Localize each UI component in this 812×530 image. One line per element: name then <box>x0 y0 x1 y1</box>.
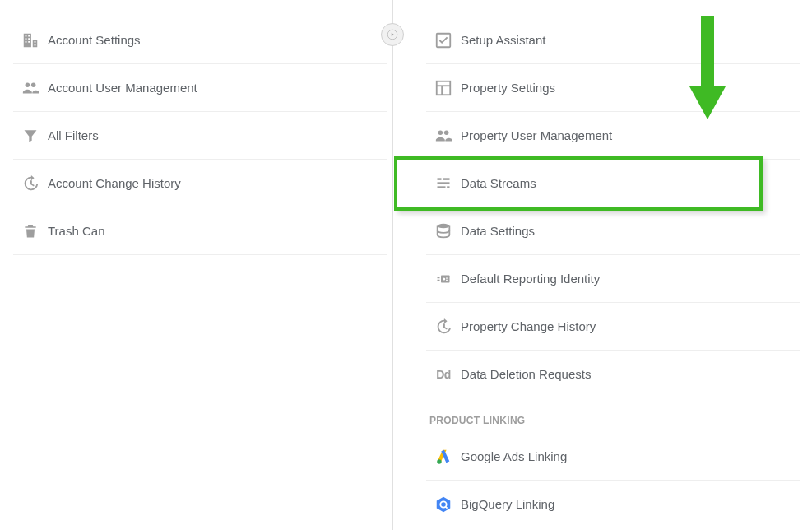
property-column: Setup Assistant Property Settings Proper… <box>393 0 812 530</box>
menu-label: Property User Management <box>461 128 612 142</box>
menu-label: Data Settings <box>461 224 535 238</box>
menu-item-trash-can[interactable]: Trash Can <box>13 207 387 255</box>
svg-point-7 <box>438 130 443 135</box>
menu-label: Property Settings <box>461 81 555 95</box>
menu-item-setup-assistant[interactable]: Setup Assistant <box>426 16 800 64</box>
filter-icon <box>13 128 48 144</box>
menu-label: Setup Assistant <box>461 33 545 47</box>
menu-item-data-streams[interactable]: Data Streams <box>426 160 800 207</box>
menu-item-all-filters[interactable]: All Filters <box>13 112 387 160</box>
svg-point-0 <box>26 82 30 87</box>
svg-marker-22 <box>437 496 451 511</box>
svg-point-1 <box>31 82 35 87</box>
menu-label: BigQuery Linking <box>461 497 554 511</box>
svg-rect-10 <box>443 178 449 180</box>
menu-item-bigquery-linking[interactable]: BigQuery Linking <box>426 481 800 528</box>
trash-icon <box>13 222 48 240</box>
svg-rect-19 <box>446 277 448 278</box>
menu-item-default-reporting-identity[interactable]: Default Reporting Identity <box>426 255 800 303</box>
building-icon <box>13 31 48 49</box>
people-icon <box>426 127 461 145</box>
svg-point-8 <box>444 130 449 135</box>
svg-rect-9 <box>438 178 442 180</box>
svg-rect-16 <box>438 279 440 281</box>
menu-item-account-change-history[interactable]: Account Change History <box>13 160 387 207</box>
data-streams-icon <box>426 175 461 192</box>
svg-rect-12 <box>438 186 446 188</box>
menu-label: Trash Can <box>48 224 104 238</box>
menu-item-account-user-management[interactable]: Account User Management <box>13 64 387 112</box>
history-icon <box>426 318 461 336</box>
svg-rect-13 <box>447 186 449 188</box>
bigquery-icon <box>426 495 461 514</box>
account-column: Account Settings Account User Management… <box>0 0 392 530</box>
menu-label: Account Settings <box>48 33 141 47</box>
svg-rect-4 <box>437 81 451 95</box>
svg-rect-20 <box>446 279 448 280</box>
svg-point-18 <box>443 277 445 280</box>
menu-item-google-ads-linking[interactable]: Google Ads Linking <box>426 433 800 481</box>
arrow-right-circle-icon <box>387 29 398 40</box>
menu-label: Account Change History <box>48 176 181 190</box>
dd-icon: Dd <box>426 368 461 381</box>
menu-label: Property Change History <box>461 319 596 333</box>
menu-item-data-settings[interactable]: Data Settings <box>426 207 800 255</box>
svg-rect-15 <box>438 277 440 278</box>
identity-icon <box>426 272 461 286</box>
menu-item-property-user-management[interactable]: Property User Management <box>426 112 800 160</box>
menu-item-account-settings[interactable]: Account Settings <box>13 16 387 64</box>
menu-label: Default Reporting Identity <box>461 272 600 286</box>
section-header-product-linking: PRODUCT LINKING <box>426 398 800 433</box>
svg-point-21 <box>437 459 442 464</box>
checkbox-icon <box>426 31 461 49</box>
menu-item-property-change-history[interactable]: Property Change History <box>426 303 800 351</box>
menu-label: Data Deletion Requests <box>461 367 591 381</box>
menu-label: Account User Management <box>48 81 197 95</box>
database-icon <box>426 222 461 240</box>
menu-item-data-deletion-requests[interactable]: Dd Data Deletion Requests <box>426 351 800 398</box>
menu-item-property-settings[interactable]: Property Settings <box>426 64 800 112</box>
collapse-left-button[interactable] <box>381 23 404 46</box>
layout-icon <box>426 79 461 97</box>
svg-point-14 <box>438 223 450 228</box>
google-ads-icon <box>426 448 461 466</box>
people-icon <box>13 79 48 97</box>
menu-label: Data Streams <box>461 176 536 190</box>
svg-rect-11 <box>438 182 450 184</box>
menu-label: Google Ads Linking <box>461 449 567 463</box>
history-icon <box>13 174 48 193</box>
menu-label: All Filters <box>48 128 99 142</box>
